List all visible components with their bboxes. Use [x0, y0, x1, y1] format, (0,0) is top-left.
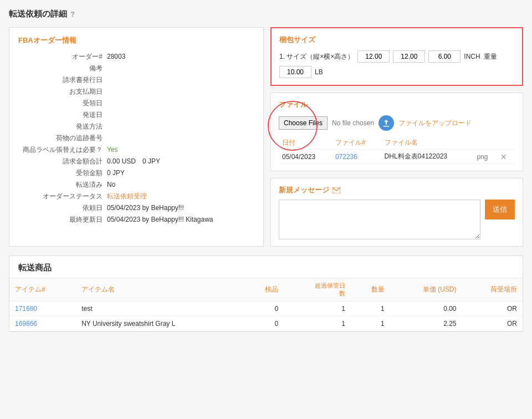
size-row: 1. サイズ（縦×横×高さ） INCH 重量 LB: [279, 50, 514, 78]
fba-row: 発送日: [18, 110, 254, 120]
product-item-name: test: [76, 301, 244, 316]
fba-title: FBAオーダー情報: [18, 35, 254, 45]
message-textarea[interactable]: [279, 200, 480, 239]
product-overdue: 1: [284, 316, 351, 331]
weight-label: 重量: [484, 52, 497, 62]
upload-link[interactable]: ファイルをアップロード: [398, 119, 472, 128]
product-id-link[interactable]: 169866: [15, 320, 37, 328]
height-input[interactable]: [428, 50, 461, 63]
fba-label: 最終更新日: [18, 215, 107, 224]
fba-row: 受領金額 0 JPY: [18, 168, 254, 178]
products-header-row: アイテム# アイテム名 検品 超過保管日数 数量 単価 (USD) 荷受場所: [9, 278, 523, 301]
fba-panel: FBAオーダー情報 オーダー# 28003 備考 請求書発行日 お支払期日 受領…: [9, 27, 264, 247]
message-area-row: 送信: [279, 200, 515, 239]
fba-value-status: 転送依頼受理: [107, 192, 147, 201]
fba-row: オーダーステータス 転送依頼受理: [18, 192, 254, 201]
file-col-action: [497, 136, 515, 150]
fba-value-request-date: 05/04/2023 by BeHappy!!!: [107, 204, 184, 212]
package-section: 梱包サイズ 1. サイズ（縦×横×高さ） INCH 重量 LB: [270, 27, 523, 86]
table-row: 169866 NY University sweatshirt Gray L 0…: [9, 316, 523, 331]
fba-row: 転送済み No: [18, 180, 254, 190]
fba-value-invoice-total: 0.00 USD 0 JPY: [107, 157, 160, 166]
fba-label: お支払期日: [18, 87, 107, 96]
file-title: ファイル: [279, 100, 515, 110]
fba-label: 備考: [18, 64, 107, 73]
fba-row: 荷物の追跡番号: [18, 134, 254, 143]
fba-value-updated-date: 05/04/2023 by BeHappy!!! Kitagawa: [107, 216, 213, 223]
fba-label: オーダーステータス: [18, 192, 107, 201]
width-input[interactable]: [393, 50, 425, 63]
products-section: 転送商品 アイテム# アイテム名 検品 超過保管日数 数量 単価 (USD) 荷…: [9, 256, 523, 332]
products-col-qty: 数量: [351, 278, 390, 301]
products-table: アイテム# アイテム名 検品 超過保管日数 数量 単価 (USD) 荷受場所 1…: [9, 278, 523, 331]
fba-label: 依頼日: [18, 203, 107, 213]
fba-label: 請求書発行日: [18, 75, 107, 85]
table-row: 171680 test 0 1 1 0.00 OR: [9, 301, 523, 316]
fba-label: オーダー#: [18, 52, 107, 62]
file-delete-button[interactable]: ✕: [500, 152, 507, 161]
upload-button[interactable]: [378, 115, 394, 131]
right-panel: 梱包サイズ 1. サイズ（縦×横×高さ） INCH 重量 LB ファイル: [270, 27, 523, 247]
fba-value-transferred: No: [107, 181, 115, 188]
choose-files-wrapper: Choose Files: [279, 116, 328, 130]
upload-icon: [382, 119, 390, 127]
page-title-area: 転送依頼の詳細 ?: [9, 9, 523, 19]
weight-input[interactable]: [279, 66, 311, 78]
file-name: DHL料金表04122023: [381, 150, 474, 164]
product-item-id: 169866: [9, 316, 76, 331]
fba-row: オーダー# 28003: [18, 52, 254, 62]
file-ext: png: [473, 150, 497, 164]
file-date: 05/04/2023: [279, 150, 332, 164]
file-table: 日付 ファイル# ファイル名 05/04/2023 072236 DHL料金表0…: [279, 136, 515, 164]
fba-label: 発送方法: [18, 122, 107, 131]
size-unit-label: INCH: [464, 53, 480, 60]
file-upload-row: Choose Files No file chosen ファイルをアップロード: [279, 115, 515, 131]
product-inspection: 0: [245, 301, 284, 316]
fba-row: 請求書発行日: [18, 75, 254, 85]
file-table-row: 05/04/2023 072236 DHL料金表04122023 png ✕: [279, 150, 515, 164]
product-item-id: 171680: [9, 301, 76, 316]
product-item-name: NY University sweatshirt Gray L: [76, 316, 244, 331]
file-col-ext: [473, 136, 497, 150]
fba-row: 最終更新日 05/04/2023 by BeHappy!!! Kitagawa: [18, 215, 254, 224]
product-qty: 1: [351, 301, 390, 316]
file-table-header-row: 日付 ファイル# ファイル名: [279, 136, 515, 150]
file-number: 072236: [332, 150, 381, 164]
fba-row: 商品ラベル張替えは必要？ Yes: [18, 145, 254, 155]
products-col-inspection: 検品: [245, 278, 284, 301]
length-input[interactable]: [357, 50, 390, 63]
fba-label: 転送済み: [18, 180, 107, 190]
page-title: 転送依頼の詳細: [9, 9, 67, 19]
products-col-price: 単価 (USD): [390, 278, 462, 301]
fba-label: 荷物の追跡番号: [18, 134, 107, 143]
size-label: 1. サイズ（縦×横×高さ）: [279, 52, 354, 62]
fba-value-received-amount: 0 JPY: [107, 169, 125, 177]
fba-row: 請求金額合計 0.00 USD 0 JPY: [18, 157, 254, 166]
message-title: 新規メッセージ: [279, 185, 515, 195]
file-col-number: ファイル#: [332, 136, 381, 150]
help-icon[interactable]: ?: [70, 10, 75, 18]
send-button[interactable]: 送信: [485, 200, 515, 219]
fba-value-relabel: Yes: [107, 146, 118, 154]
product-inspection: 0: [245, 316, 284, 331]
fba-label: 商品ラベル張替えは必要？: [18, 145, 107, 155]
product-id-link[interactable]: 171680: [15, 305, 37, 313]
mail-icon: [332, 187, 340, 193]
product-location: OR: [462, 316, 523, 331]
products-title: 転送商品: [9, 256, 523, 278]
product-location: OR: [462, 301, 523, 316]
product-price: 2.25: [390, 316, 462, 331]
weight-unit-label: LB: [315, 68, 323, 76]
fba-label: 受領金額: [18, 168, 107, 178]
no-file-text: No file chosen: [332, 119, 374, 127]
fba-label: 発送日: [18, 110, 107, 120]
choose-files-button[interactable]: Choose Files: [279, 116, 328, 130]
products-col-item-id: アイテム#: [9, 278, 76, 301]
message-section: 新規メッセージ 送信: [270, 178, 523, 247]
top-section: FBAオーダー情報 オーダー# 28003 備考 請求書発行日 お支払期日 受領…: [9, 27, 523, 247]
fba-label: 請求金額合計: [18, 157, 107, 166]
message-title-text: 新規メッセージ: [279, 185, 329, 195]
fba-row: 発送方法: [18, 122, 254, 131]
products-col-location: 荷受場所: [462, 278, 523, 301]
fba-row: 備考: [18, 64, 254, 73]
